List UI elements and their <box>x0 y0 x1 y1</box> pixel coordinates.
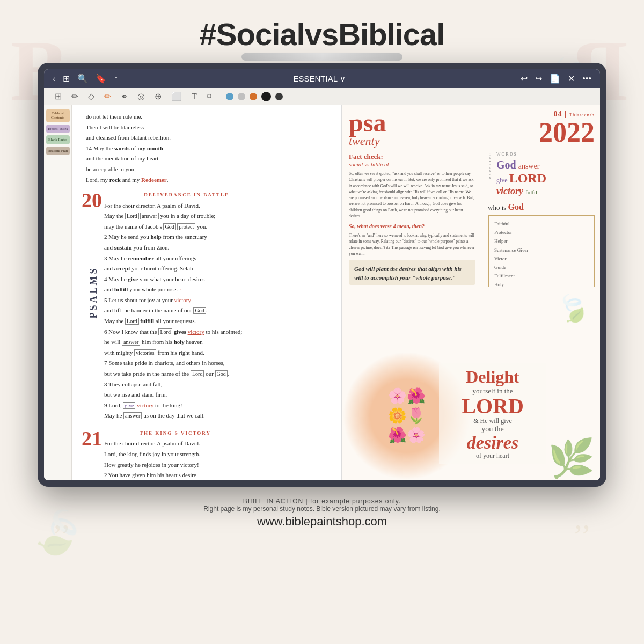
word-answer: answer <box>518 162 540 170</box>
intro-v1: do not let them rule me. <box>86 112 332 122</box>
grid-icon[interactable]: ⊞ <box>63 74 70 84</box>
toolbar-right: ↩ ↪ 📄 ✕ ••• <box>521 74 591 84</box>
tablet-frame: ‹ ⊞ 🔍 🔖 ↑ ESSENTIAL ∨ ↩ ↪ 📄 ✕ ••• <box>38 63 606 487</box>
psa-label: psa <box>349 111 475 134</box>
color-gray[interactable] <box>238 93 245 100</box>
sidebar-tab-topical[interactable]: Topical Index <box>46 125 70 133</box>
app-name-label: ESSENTIAL <box>293 74 338 83</box>
section-20-header: 20 DELIVERANCE IN BATTLE For the choir d… <box>82 189 332 422</box>
section-20-title: DELIVERANCE IN BATTLE <box>131 191 242 199</box>
sidebar-tab-blank[interactable]: Blank Pages <box>46 135 70 144</box>
word-fulfill: fulfill <box>525 189 539 195</box>
s20-v5: 3 May he remember all your offerings <box>104 254 242 264</box>
toolbar-secondary: ⊞ ✏ ◇ ✏ ⚭ ◎ ⊕ ⬜ T ⌑ <box>44 88 600 105</box>
leaf-deco-top: 🍃 <box>552 288 594 328</box>
delight-heart: of your heart <box>443 452 542 460</box>
so-what-body: There's an "and" here so we need to look… <box>349 232 475 257</box>
search-icon[interactable]: 🔍 <box>77 74 88 84</box>
bottom-caption: BIBLE IN ACTION | for example purposes o… <box>0 487 644 534</box>
delight-amp: & He will give <box>443 417 542 425</box>
share-icon[interactable]: ↑ <box>114 74 118 84</box>
tool-eraser-icon[interactable]: ◇ <box>88 91 94 101</box>
s20-v18: but we rise and stand firm. <box>104 390 242 400</box>
word-lord: LORD <box>509 171 546 185</box>
words-label: WORDS <box>496 152 546 157</box>
verse-20-num: 20 <box>82 190 102 210</box>
god-name-sustenance: Sustenance Giver <box>494 246 588 254</box>
sidebar-tab-toc[interactable]: Table of Contents <box>46 109 70 122</box>
s21-v1: Lord, the king finds joy in your strengt… <box>104 450 219 459</box>
words-header: REPEATED WORDS God answer give LORD <box>488 152 595 197</box>
color-black[interactable] <box>261 92 271 101</box>
s20-v8: and fulfill your whole purpose. ← <box>104 285 242 295</box>
repeated-label: REPEATED <box>488 152 492 179</box>
tool-grid-icon[interactable]: ⊞ <box>55 91 62 101</box>
section-20: 20 DELIVERANCE IN BATTLE For the choir d… <box>82 189 332 422</box>
page-icon[interactable]: 📄 <box>550 74 560 84</box>
intro-v2: Then I will be blameless <box>86 123 332 133</box>
toolbar-center: ESSENTIAL ∨ <box>293 74 346 84</box>
color-orange[interactable] <box>250 93 257 100</box>
left-sidebar: Table of Contents Topical Index Blank Pa… <box>44 105 72 480</box>
undo-icon[interactable]: ↩ <box>521 74 528 84</box>
god-name-guide: Guide <box>494 263 588 272</box>
quote-box: God will plant the desires that align wi… <box>349 260 475 285</box>
tool-pin-icon[interactable]: ⌑ <box>207 91 211 101</box>
section-21-content: THE KING'S VICTORY For the choir directo… <box>104 427 219 480</box>
tool-pencil-icon[interactable]: ✏ <box>71 91 78 101</box>
delight-desires: desires <box>443 434 542 452</box>
section-21-header: 21 THE KING'S VICTORY For the choir dire… <box>82 427 332 480</box>
word-victory: victory <box>496 186 523 196</box>
s20-v11: May the Lord fulfill all your requests. <box>104 317 242 326</box>
s20-v19: 9 Lord, give victory to the king! <box>104 401 242 411</box>
tool-highlight-icon[interactable]: ✏ <box>104 91 111 101</box>
tool-add-icon[interactable]: ⊕ <box>155 91 162 101</box>
god-name-victor: Victor <box>494 254 588 263</box>
s20-v4: and sustain you from Zion. <box>104 243 242 253</box>
fact-check-body: So, often we see it quoted, "ask and you… <box>349 171 475 219</box>
intro-v3: and cleansed from blatant rebellion. <box>86 133 332 143</box>
tool-text-icon[interactable]: T <box>192 92 197 101</box>
god-name-fulfilment: Fulfilment <box>494 272 588 280</box>
delight-lord: LORD <box>443 396 542 417</box>
color-dark[interactable] <box>275 93 283 100</box>
s20-v16: but we take pride in the name of the Lor… <box>104 369 242 379</box>
tool-lasso-icon[interactable]: ⚭ <box>121 91 128 101</box>
bookmark-icon[interactable]: 🔖 <box>96 74 106 84</box>
sidebar-tab-reading[interactable]: Reading Plan <box>46 147 70 155</box>
word-god: God <box>496 159 516 171</box>
intro-v4: 14 May the words of my mouth <box>86 144 332 153</box>
caption-url: www.biblepaintshop.com <box>0 515 644 529</box>
leaf-deco-right: 🌿 <box>548 436 595 480</box>
tool-shape-icon[interactable]: ◎ <box>137 91 145 101</box>
back-icon[interactable]: ‹ <box>53 74 55 84</box>
close-icon[interactable]: ✕ <box>568 74 575 84</box>
toolbar-top: ‹ ⊞ 🔍 🔖 ↑ ESSENTIAL ∨ ↩ ↪ 📄 ✕ ••• <box>44 69 600 88</box>
right-bottom-section: 🌸🌺🌼🌷🌺🌸 Delight yourself in the LORD & He… <box>342 287 600 480</box>
intro-v7: Lord, my rock and my Redeemer. <box>86 175 332 185</box>
right-info-col: 04 | Thirteenth 2022 REPEATED WORDS <box>482 105 600 287</box>
section-20-content: DELIVERANCE IN BATTLE For the choir dire… <box>104 189 242 422</box>
fact-check-subtitle: social vs biblical <box>349 161 475 167</box>
right-middle-col: psa twenty Fact check: social vs biblica… <box>342 105 482 287</box>
s21-v0: For the choir director. A psalm of David… <box>104 439 219 449</box>
s20-v17: 8 They collapse and fall, <box>104 380 242 390</box>
delight-section: Delight yourself in the LORD & He will g… <box>439 363 546 464</box>
s20-v6: and accept your burnt offering. Selah <box>104 264 242 274</box>
who-god-label: God <box>508 202 524 211</box>
god-name-faithful: Faithful <box>494 219 588 228</box>
right-page: psa twenty Fact check: social vs biblica… <box>342 105 600 480</box>
more-icon[interactable]: ••• <box>582 74 591 84</box>
tablet-inner: ‹ ⊞ 🔍 🔖 ↑ ESSENTIAL ∨ ↩ ↪ 📄 ✕ ••• <box>44 69 600 480</box>
word-give: give <box>496 177 509 184</box>
tool-image-icon[interactable]: ⬜ <box>171 91 182 101</box>
s20-v15: 7 Some take pride in chariots, and other… <box>104 358 242 368</box>
deco-comma-4: ,, <box>574 500 590 537</box>
section-21: 21 THE KING'S VICTORY For the choir dire… <box>82 427 332 480</box>
s20-v14: with mighty victories from his right han… <box>104 348 242 358</box>
color-blue[interactable] <box>226 93 233 100</box>
s20-v0: For the choir director. A psalm of David… <box>104 201 242 211</box>
god-name-helper: Helper <box>494 237 588 245</box>
s20-v7: 4 May he give you what your heart desire… <box>104 275 242 284</box>
redo-icon[interactable]: ↪ <box>535 74 542 84</box>
